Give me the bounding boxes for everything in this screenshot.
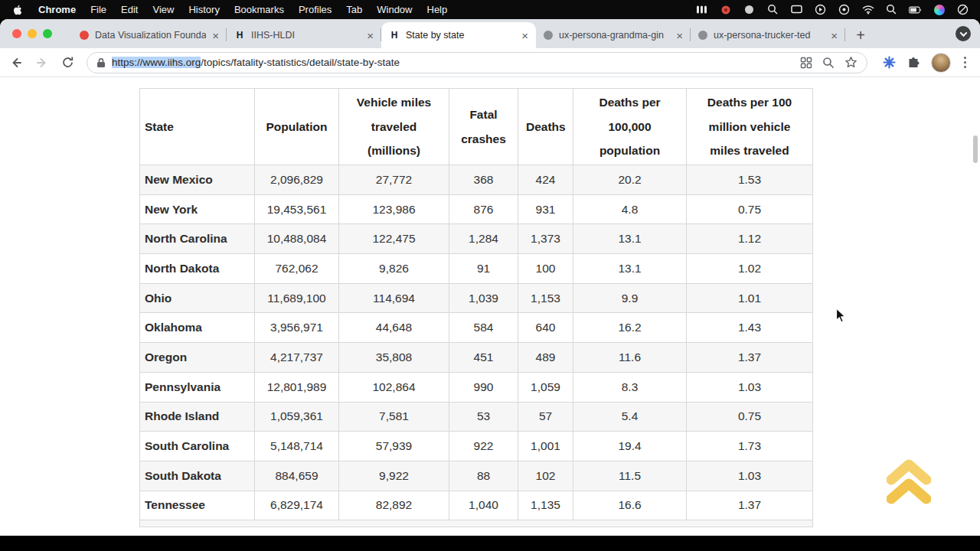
minimize-window-button[interactable] [28,29,37,38]
macos-menu-bar: ChromeFileEditViewHistoryBookmarksProfil… [0,0,980,19]
tab-state-by-state[interactable]: HState by state× [381,22,536,48]
back-button[interactable] [9,56,23,70]
value-cell: 19,453,561 [255,194,339,224]
value-cell: 1,284 [449,224,518,254]
close-window-button[interactable] [12,29,21,38]
search-icon[interactable] [766,3,779,16]
extension-asterisk-icon[interactable] [883,56,896,69]
battery-icon[interactable] [909,3,922,16]
value-cell: 1.43 [687,313,813,343]
tab-iihs-hldi[interactable]: HIIHS-HLDI× [227,22,381,48]
menu-item-tab[interactable]: Tab [346,4,362,15]
state-cell: South Carolina [140,432,255,461]
menu-dots-icon[interactable] [962,55,969,70]
value-cell: 1.01 [687,283,813,313]
menu-item-help[interactable]: Help [427,4,448,15]
table-row: Oklahoma3,956,97144,64858464016.21.43 [140,313,813,343]
close-tab-icon[interactable]: × [367,30,374,41]
fatality-stats-table: StatePopulationVehicle miles traveled (m… [139,88,813,527]
apple-menu-icon[interactable] [11,3,24,16]
menu-item-view[interactable]: View [152,4,174,15]
new-tab-button[interactable]: + [850,24,871,47]
close-tab-icon[interactable]: × [521,30,528,41]
back-to-top-button[interactable] [887,457,931,506]
address-bar[interactable]: https://www.iihs.org/topics/fatality-sta… [87,52,867,73]
tab-data-visualization-founda[interactable]: Data Visualization Founda× [72,22,227,48]
menu-item-profiles[interactable]: Profiles [299,4,332,15]
window-controls [12,29,52,38]
column-header: Fatal crashes [449,89,518,165]
value-cell: 11,689,100 [255,283,339,313]
page-scrollbar-thumb[interactable] [973,135,978,163]
value-cell: 10,488,084 [255,224,339,254]
display-icon[interactable] [790,3,803,16]
tab-search-chevron-button[interactable] [956,26,971,41]
table-row: North Dakota762,0629,8269110013.11.02 [140,254,813,284]
profile-avatar[interactable] [931,53,951,73]
value-cell: 122,475 [339,224,449,254]
value-cell: 451 [449,343,518,373]
state-cell: Rhode Island [140,402,255,432]
play-circle-icon[interactable] [814,3,827,16]
value-cell: 57,939 [339,432,449,461]
menu-item-bookmarks[interactable]: Bookmarks [234,4,284,15]
value-cell: 88 [449,461,518,491]
value-cell: 8.3 [573,372,687,402]
value-cell: 1.37 [687,491,813,520]
tab-label: IIHS-HLDI [251,30,361,41]
tab-label: ux-persona-grandma-gin [559,30,670,41]
spotlight-icon[interactable] [885,3,898,16]
mouse-cursor [835,308,847,327]
state-cell: Oregon [140,343,255,373]
url-selected-text: https://www.iihs.org [112,57,201,68]
window-tiles-icon[interactable] [695,3,708,16]
menu-item-edit[interactable]: Edit [121,4,138,15]
table-body: New Mexico2,096,82927,77236842420.21.53N… [140,165,813,527]
close-tab-icon[interactable]: × [676,30,683,41]
url-text[interactable]: https://www.iihs.org/topics/fatality-sta… [112,57,794,68]
screenshot-grid-icon[interactable] [800,57,812,69]
status-dot-icon[interactable] [743,3,756,16]
state-cell: New York [140,194,255,224]
settings-circle-icon[interactable] [838,3,851,16]
extensions-area [883,53,969,73]
wifi-icon[interactable] [861,3,874,16]
table-row: Tennessee6,829,17482,8921,0401,13516.61.… [140,491,813,520]
close-tab-icon[interactable]: × [212,30,219,41]
menu-item-chrome[interactable]: Chrome [38,4,76,15]
tab-favicon: H [389,30,400,41]
value-cell: 82,892 [339,491,449,520]
value-cell: 9.9 [573,283,687,313]
state-cell: Tennessee [140,491,255,520]
bookmark-star-icon[interactable] [844,56,858,69]
siri-icon[interactable] [933,3,946,16]
value-cell: 424 [518,165,573,195]
value-cell: 100 [518,254,573,284]
column-header: Vehicle miles traveled (millions) [339,89,449,165]
menu-item-history[interactable]: History [188,4,219,15]
zoom-icon[interactable] [822,57,835,69]
tab-ux-persona-grandma-gin[interactable]: ux-persona-grandma-gin× [536,22,691,48]
close-tab-icon[interactable]: × [831,30,838,41]
table-header-row: StatePopulationVehicle miles traveled (m… [140,89,813,165]
value-cell: 9,826 [339,254,449,284]
focus-icon[interactable] [956,3,969,16]
zoom-window-button[interactable] [43,29,52,38]
state-cell: Pennsylvania [140,372,255,402]
reload-button[interactable] [61,56,74,69]
value-cell: 4,217,737 [255,343,339,373]
value-cell: 1,373 [518,224,573,254]
value-cell: 114,694 [339,283,449,313]
menu-item-file[interactable]: File [90,4,106,15]
extensions-puzzle-icon[interactable] [907,57,920,69]
value-cell: 368 [449,165,518,195]
padlock-icon [96,57,106,68]
forward-button[interactable] [35,56,49,70]
record-icon[interactable] [719,3,732,16]
table-row: South Dakota884,6599,9228810211.51.03 [140,461,813,491]
menu-item-window[interactable]: Window [377,4,412,15]
value-cell: 57 [518,402,573,432]
value-cell: 1,039 [449,283,518,313]
tab-ux-persona-trucker-ted[interactable]: ux-persona-trucker-ted× [691,22,845,48]
value-cell: 7,581 [339,402,449,432]
